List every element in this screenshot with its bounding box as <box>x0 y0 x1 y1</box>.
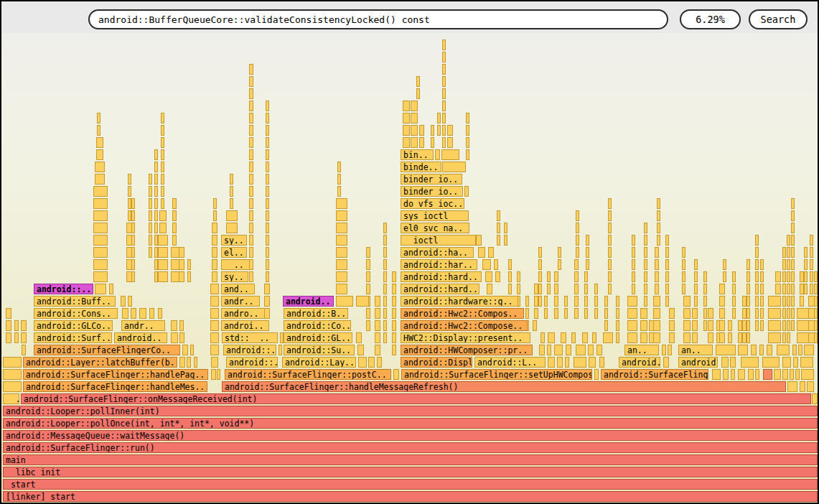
flame-frame[interactable]: android::Looper::pollInner(int) <box>3 406 818 416</box>
flame-frame[interactable] <box>149 186 152 197</box>
flame-frame[interactable] <box>574 357 586 368</box>
flame-frame[interactable] <box>419 137 424 148</box>
flame-frame[interactable] <box>212 223 217 233</box>
flame-frame[interactable] <box>375 308 380 319</box>
flame-frame[interactable] <box>668 345 672 355</box>
flame-frame[interactable]: __. <box>3 393 19 404</box>
flame-frame[interactable] <box>403 125 410 136</box>
flame-frame[interactable] <box>393 369 399 380</box>
flame-frame[interactable] <box>608 210 612 221</box>
flame-frame[interactable] <box>627 332 637 343</box>
flame-frame[interactable] <box>644 247 647 258</box>
flame-frame[interactable] <box>437 125 441 136</box>
flame-frame[interactable] <box>336 235 347 246</box>
flame-frame[interactable] <box>616 296 619 307</box>
flame-frame[interactable] <box>187 259 191 270</box>
flame-frame[interactable] <box>131 259 135 270</box>
flame-frame[interactable] <box>149 223 152 233</box>
flame-frame[interactable] <box>96 137 103 148</box>
flame-frame[interactable] <box>632 271 635 282</box>
flame-frame[interactable] <box>249 125 253 136</box>
flame-frame[interactable] <box>210 308 219 319</box>
flame-frame[interactable]: andr.. <box>221 296 260 307</box>
flame-frame[interactable] <box>366 271 370 282</box>
flame-frame[interactable] <box>768 320 781 331</box>
flame-frame[interactable] <box>336 223 347 233</box>
flame-frame[interactable] <box>149 210 152 221</box>
flame-frame[interactable] <box>804 271 808 282</box>
flame-frame[interactable] <box>226 223 238 233</box>
flame-frame[interactable] <box>211 357 218 368</box>
flame-frame[interactable] <box>782 308 786 319</box>
flame-frame[interactable] <box>179 247 184 258</box>
flame-frame[interactable] <box>616 308 619 319</box>
flame-frame[interactable] <box>540 332 545 343</box>
flame-frame[interactable]: android.. <box>619 357 660 368</box>
flame-frame[interactable] <box>584 308 588 319</box>
flame-frame[interactable] <box>95 284 106 294</box>
flame-frame[interactable] <box>791 271 795 282</box>
flame-frame[interactable] <box>760 271 764 282</box>
flame-frame[interactable]: android::GLCo.. <box>34 320 113 331</box>
flame-frame[interactable]: android::L.. <box>474 357 546 368</box>
flame-frame[interactable] <box>760 308 764 319</box>
flame-frame[interactable] <box>217 369 220 380</box>
flame-frame[interactable] <box>782 296 786 307</box>
flame-frame[interactable] <box>6 308 11 319</box>
flame-frame[interactable] <box>627 320 637 331</box>
flame-frame[interactable]: std::__.. <box>222 332 278 343</box>
flame-frame[interactable] <box>616 332 619 343</box>
flame-frame[interactable] <box>497 235 500 246</box>
flame-frame[interactable]: android::SurfaceFlinger::postC.. <box>225 369 391 380</box>
flame-frame[interactable] <box>93 247 108 258</box>
flame-frame[interactable] <box>608 284 612 294</box>
flame-frame[interactable] <box>814 284 818 294</box>
flame-frame[interactable] <box>741 357 759 368</box>
flame-frame[interactable] <box>154 162 158 172</box>
flame-frame[interactable] <box>442 76 446 87</box>
flame-frame[interactable] <box>640 332 647 343</box>
flame-frame[interactable] <box>564 308 568 319</box>
flame-frame[interactable] <box>814 296 818 307</box>
flame-frame[interactable] <box>547 271 551 282</box>
flame-frame[interactable] <box>692 320 698 331</box>
flame-frame[interactable] <box>760 320 764 331</box>
flame-frame[interactable] <box>171 332 178 343</box>
flame-frame[interactable] <box>608 223 612 233</box>
flame-frame[interactable] <box>657 223 660 233</box>
flame-frame[interactable]: android::Co.. <box>284 320 351 331</box>
flame-frame[interactable] <box>574 271 579 282</box>
flame-frame[interactable] <box>128 186 131 197</box>
flame-frame[interactable] <box>732 284 736 294</box>
flame-frame[interactable]: android.. <box>114 332 167 343</box>
flame-frame[interactable] <box>392 284 396 294</box>
flame-frame[interactable] <box>665 235 669 246</box>
flame-frame[interactable] <box>703 271 707 282</box>
flame-frame[interactable] <box>249 198 253 209</box>
flame-frame[interactable] <box>441 149 459 160</box>
flame-frame[interactable] <box>694 296 698 307</box>
flame-frame[interactable]: android::.. <box>226 357 278 368</box>
flame-frame[interactable] <box>442 113 446 123</box>
flame-frame[interactable]: android.. <box>283 296 334 307</box>
flame-frame[interactable] <box>392 332 396 343</box>
flame-frame[interactable] <box>517 271 520 282</box>
flame-frame[interactable] <box>431 125 434 136</box>
flame-frame[interactable] <box>337 174 341 185</box>
flame-frame[interactable] <box>588 345 594 355</box>
flame-frame[interactable] <box>807 381 814 392</box>
flame-frame[interactable] <box>782 271 786 282</box>
flame-frame[interactable] <box>161 162 164 172</box>
flame-frame[interactable] <box>694 284 698 294</box>
flame-frame[interactable] <box>657 210 660 221</box>
flame-frame[interactable] <box>782 357 791 368</box>
flame-frame[interactable] <box>800 381 805 392</box>
flame-frame[interactable] <box>377 357 382 368</box>
flame-frame[interactable]: android::hard.. <box>401 271 482 282</box>
flame-frame[interactable]: android::GL.. <box>284 332 352 343</box>
flame-frame[interactable]: binder_io.. <box>401 174 462 185</box>
flame-frame[interactable]: android::Lay.. <box>282 357 356 368</box>
search-button[interactable]: Search <box>749 9 808 29</box>
flame-frame[interactable] <box>538 259 542 270</box>
flame-frame[interactable] <box>787 332 790 343</box>
